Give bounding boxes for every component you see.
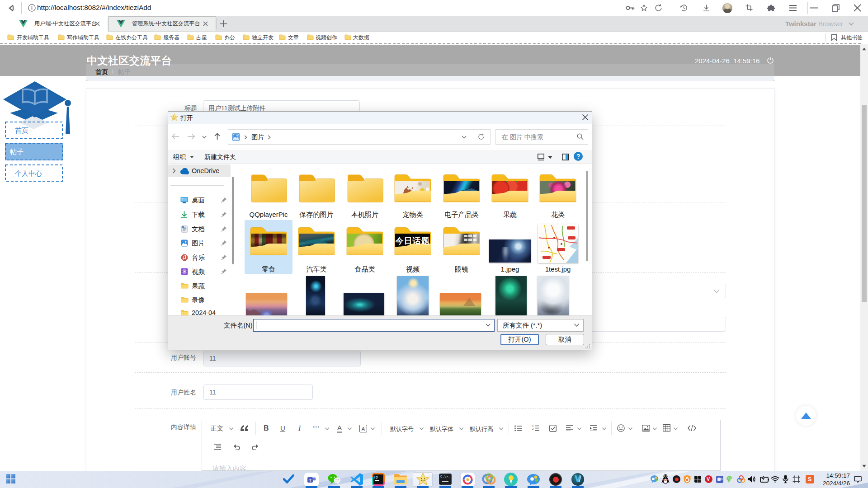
svg-text:2: 2 [532, 427, 534, 430]
svg-text:T: T [309, 478, 311, 483]
svg-text:A: A [362, 426, 365, 432]
